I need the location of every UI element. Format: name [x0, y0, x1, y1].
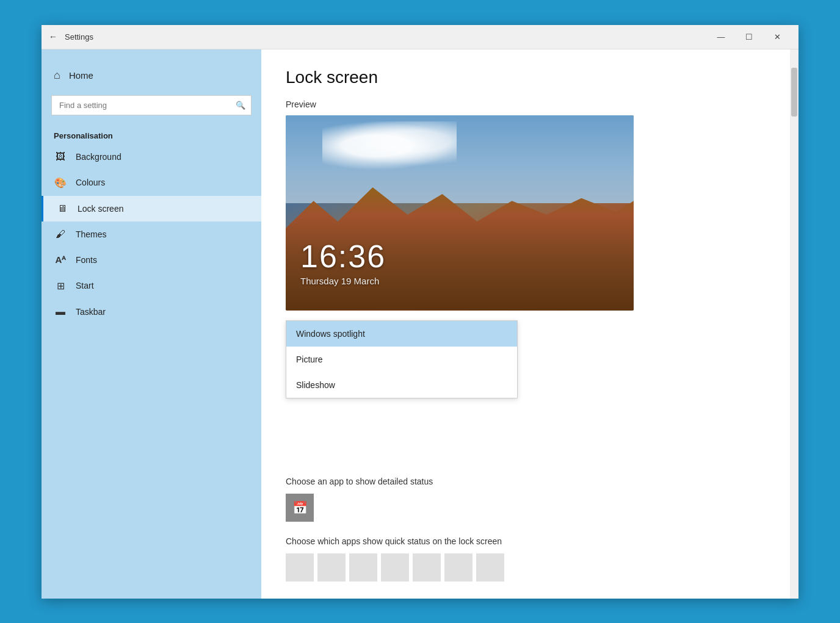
app-slot-3[interactable] [349, 553, 377, 582]
app-slot-1[interactable] [286, 553, 314, 582]
dropdown-area: Background Windows spotlight Picture Sli… [286, 320, 634, 522]
preview-time: 16:36 [300, 238, 386, 275]
search-icon: 🔍 [236, 101, 245, 110]
app-slot-2[interactable] [317, 553, 346, 582]
sidebar-item-taskbar[interactable]: ▬ Taskbar [42, 299, 261, 325]
taskbar-icon: ▬ [54, 306, 67, 317]
dropdown-option-picture[interactable]: Picture [286, 347, 517, 372]
calendar-icon: 📅 [292, 500, 308, 515]
minimize-button[interactable]: — [707, 24, 735, 49]
app-slot-5[interactable] [413, 553, 441, 582]
choose-quick-apps-label: Choose which apps show quick status on t… [286, 536, 774, 546]
preview-clouds [322, 121, 457, 170]
preview-label: Preview [286, 99, 774, 109]
sidebar-item-start[interactable]: ⊞ Start [42, 273, 261, 299]
close-button[interactable]: ✕ [763, 24, 791, 49]
window-controls: — ☐ ✕ [707, 24, 791, 49]
lock-screen-icon: 🖥 [56, 203, 69, 214]
home-icon: ⌂ [54, 69, 60, 82]
content-area: ⌂ Home 🔍 Personalisation 🖼 Background 🎨 … [42, 49, 798, 599]
apps-detail-label: Choose an app to show detailed status [286, 477, 634, 486]
app-slot-7[interactable] [476, 553, 504, 582]
sidebar-section-label: Personalisation [42, 125, 261, 144]
settings-window: ← Settings — ☐ ✕ ⌂ Home 🔍 Personalisatio… [42, 25, 798, 599]
app-slot-6[interactable] [444, 553, 472, 582]
sidebar-item-lock-screen[interactable]: 🖥 Lock screen [42, 196, 261, 221]
background-icon: 🖼 [54, 151, 67, 162]
maximize-button[interactable]: ☐ [735, 24, 763, 49]
start-icon: ⊞ [54, 280, 67, 292]
themes-label: Themes [76, 229, 107, 239]
search-input[interactable] [51, 95, 252, 115]
background-dropdown[interactable]: Windows spotlight Picture Slideshow [286, 320, 518, 398]
lock-screen-preview: 16:36 Thursday 19 March [286, 115, 634, 311]
sidebar-item-colours[interactable]: 🎨 Colours [42, 170, 261, 196]
background-label: Background [76, 152, 121, 162]
colours-icon: 🎨 [54, 177, 67, 189]
fonts-label: Fonts [76, 255, 97, 265]
fonts-icon: Aᴬ [54, 254, 67, 265]
back-button[interactable]: ← [49, 32, 57, 41]
home-label: Home [69, 70, 93, 81]
dropdown-option-windows-spotlight[interactable]: Windows spotlight [286, 321, 517, 347]
quick-apps-row [286, 553, 774, 582]
themes-icon: 🖌 [54, 229, 67, 240]
scrollbar[interactable] [790, 49, 798, 599]
main-content: Lock screen Preview 16:36 Thursday 19 Ma… [261, 49, 798, 599]
taskbar-label: Taskbar [76, 307, 106, 317]
sidebar: ⌂ Home 🔍 Personalisation 🖼 Background 🎨 … [42, 49, 261, 599]
app-slot-4[interactable] [381, 553, 409, 582]
preview-date: Thursday 19 March [300, 276, 386, 286]
lock-screen-label: Lock screen [78, 204, 123, 214]
dropdown-option-slideshow[interactable]: Slideshow [286, 372, 517, 398]
colours-label: Colours [76, 178, 105, 187]
preview-overlay: 16:36 Thursday 19 March [300, 238, 386, 286]
titlebar: ← Settings — ☐ ✕ [42, 25, 798, 49]
search-container: 🔍 [51, 95, 252, 115]
sidebar-item-home[interactable]: ⌂ Home [42, 62, 261, 89]
start-label: Start [76, 281, 94, 290]
window-title: Settings [65, 32, 707, 41]
calendar-app-button[interactable]: 📅 [286, 494, 314, 522]
page-title: Lock screen [286, 68, 774, 87]
sidebar-item-themes[interactable]: 🖌 Themes [42, 221, 261, 247]
sidebar-item-background[interactable]: 🖼 Background [42, 144, 261, 170]
scrollbar-thumb[interactable] [791, 68, 797, 117]
sidebar-item-fonts[interactable]: Aᴬ Fonts [42, 247, 261, 273]
